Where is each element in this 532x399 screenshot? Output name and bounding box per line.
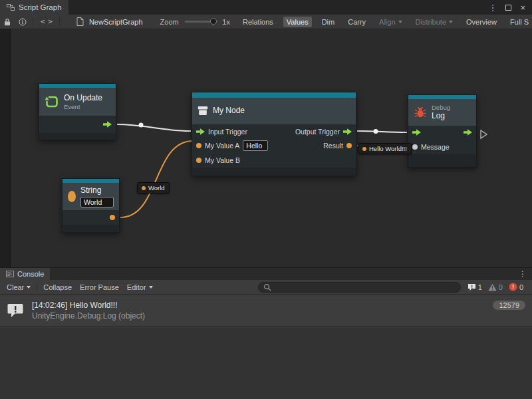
node-string[interactable]: String — [62, 178, 120, 233]
edit-code-icon[interactable]: < > — [35, 17, 57, 26]
caret-down-icon — [449, 21, 453, 23]
node-port-row: My Value A Result — [192, 138, 356, 153]
clear-label: Clear — [7, 283, 24, 291]
zoom-value: 1x — [222, 18, 230, 26]
string-value-field[interactable] — [80, 197, 114, 207]
unity-window: Script Graph ⋮ × < > NewScriptGraph Zoom… — [0, 0, 532, 399]
port-label: My Value B — [205, 156, 240, 164]
node-footer — [63, 225, 119, 232]
graph-canvas[interactable]: On Update Event My Node — [0, 29, 532, 267]
log-line-1: [14:02:46] Hello World!!! — [32, 301, 145, 310]
node-footer — [408, 154, 476, 167]
node-title: String — [80, 186, 114, 196]
window-maximize-icon[interactable] — [505, 5, 511, 11]
wire-value-text: World — [148, 184, 165, 192]
search-icon — [263, 283, 271, 291]
caret-down-icon — [398, 21, 402, 23]
collapse-button[interactable]: Collapse — [39, 280, 76, 294]
trigger-output-port[interactable] — [103, 121, 112, 128]
wire-string-to-myvaluea — [120, 141, 193, 217]
node-title: Log — [432, 111, 450, 121]
distribute-label: Distribute — [416, 18, 446, 26]
zoom-slider[interactable] — [185, 21, 218, 23]
node-my-node[interactable]: My Node Input Trigger Output Trigger My … — [192, 92, 356, 176]
log-line-2: UnityEngine.Debug:Log (object) — [32, 311, 145, 321]
node-port-row: My Value B — [192, 153, 356, 168]
node-on-update[interactable]: On Update Event — [39, 83, 116, 140]
console-icon — [6, 271, 14, 277]
output-trigger-port[interactable] — [343, 128, 352, 135]
console-menu-icon[interactable]: ⋮ — [513, 268, 532, 280]
console-log-entry[interactable]: [14:02:46] Hello World!!! UnityEngine.De… — [0, 295, 532, 327]
distribute-button[interactable]: Distribute — [412, 17, 456, 27]
wire-dot — [139, 123, 144, 128]
input-trigger-port[interactable] — [196, 128, 205, 135]
node-debug-log[interactable]: Debug Log Message — [408, 94, 477, 168]
node-port-row — [408, 126, 476, 140]
port-label: Output Trigger — [295, 128, 340, 136]
info-count-toggle[interactable]: 1 — [467, 283, 482, 291]
script-graph-icon — [7, 3, 15, 11]
my-value-a-port[interactable] — [196, 143, 201, 148]
clear-button[interactable]: Clear — [3, 280, 35, 294]
tab-script-graph[interactable]: Script Graph — [0, 0, 68, 15]
wire-value-label-hello-world: Hello World!!! — [358, 143, 412, 154]
debug-output-arrow-icon — [481, 130, 487, 138]
warning-count-toggle[interactable]: 0 — [488, 283, 503, 291]
node-title: My Node — [213, 106, 245, 116]
values-button[interactable]: Values — [283, 17, 312, 27]
graph-asset-icon — [72, 15, 88, 29]
wire-onupdate-to-mynode — [117, 124, 191, 131]
tab-console[interactable]: Console — [0, 268, 50, 280]
port-label: My Value A — [205, 142, 239, 150]
node-category: Debug — [432, 104, 450, 111]
result-port[interactable] — [346, 143, 352, 148]
node-port-row: Input Trigger Output Trigger — [192, 124, 356, 139]
search-input[interactable] — [274, 283, 456, 291]
info-bubble-icon — [467, 283, 476, 291]
toolbar-separator — [37, 283, 37, 292]
error-count-toggle[interactable]: 0 — [509, 283, 523, 291]
string-output-port[interactable] — [110, 215, 115, 220]
node-footer — [39, 133, 116, 140]
node-header: Debug Log — [408, 99, 476, 126]
caret-down-icon — [27, 286, 31, 289]
node-title-bar — [192, 92, 356, 98]
warning-triangle-icon — [488, 283, 497, 291]
value-dot-icon — [362, 147, 366, 151]
tab-title: Script Graph — [19, 3, 62, 11]
node-port-row — [63, 210, 119, 225]
debug-output-trigger-port[interactable] — [464, 129, 472, 136]
overview-button[interactable]: Overview — [463, 17, 500, 27]
node-port-row — [39, 116, 116, 133]
editor-label: Editor — [127, 283, 146, 291]
string-icon — [68, 191, 76, 202]
my-node-icon — [198, 106, 208, 116]
toolbar-separator — [33, 17, 33, 27]
debug-input-trigger-port[interactable] — [412, 129, 421, 136]
node-header: String — [63, 183, 119, 210]
zoom-knob[interactable] — [210, 18, 217, 25]
carry-button[interactable]: Carry — [344, 17, 369, 27]
info-count: 1 — [478, 283, 482, 291]
caret-down-icon — [149, 286, 153, 289]
message-port[interactable] — [412, 144, 418, 150]
error-count: 0 — [519, 283, 523, 291]
window-tab-strip: Script Graph ⋮ × — [0, 0, 532, 15]
graph-name: NewScriptGraph — [89, 18, 143, 26]
editor-button[interactable]: Editor — [123, 280, 157, 294]
lock-icon[interactable] — [0, 15, 15, 29]
window-close-icon[interactable]: × — [520, 3, 525, 13]
console-panel: Console ⋮ Clear Collapse Error Pause Edi… — [0, 267, 532, 399]
graph-toolbar: < > NewScriptGraph Zoom 1x Relations Val… — [0, 15, 532, 29]
info-icon[interactable] — [15, 15, 31, 29]
dim-button[interactable]: Dim — [319, 17, 338, 27]
relations-button[interactable]: Relations — [239, 17, 277, 27]
fullscreen-button[interactable]: Full S — [507, 17, 532, 27]
error-pause-button[interactable]: Error Pause — [76, 280, 123, 294]
window-menu-icon[interactable]: ⋮ — [488, 3, 497, 13]
my-value-b-port[interactable] — [196, 158, 201, 163]
my-value-a-field[interactable] — [243, 140, 268, 151]
align-button[interactable]: Align — [376, 17, 405, 27]
console-tab-label: Console — [17, 270, 44, 278]
